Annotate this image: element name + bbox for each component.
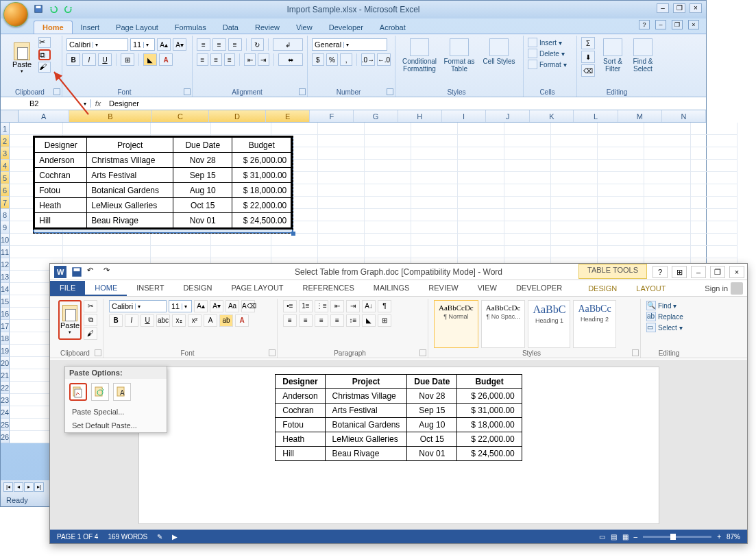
fill-icon[interactable]: ⬇ xyxy=(581,51,595,63)
status-page[interactable]: PAGE 1 OF 4 xyxy=(57,533,98,541)
number-format-combo[interactable]: General▾ xyxy=(312,38,387,51)
format-painter-icon[interactable]: 🖌 xyxy=(84,327,97,340)
tab-review[interactable]: REVIEW xyxy=(419,281,467,296)
italic-icon[interactable]: I xyxy=(125,314,138,327)
row-header-9[interactable]: 9 xyxy=(1,221,10,234)
copy-icon[interactable]: ⧉ xyxy=(38,49,51,60)
increase-indent-icon[interactable]: ⇥ xyxy=(258,53,269,66)
row-header-17[interactable]: 17 xyxy=(1,320,10,332)
col-header-G[interactable]: G xyxy=(354,110,398,122)
cut-icon[interactable]: ✂ xyxy=(84,300,97,312)
text-effects-icon[interactable]: A xyxy=(204,314,217,327)
font-size-combo[interactable]: 11▾ xyxy=(169,300,192,312)
cells-format-button[interactable]: Format ▾ xyxy=(528,59,572,70)
highlight-icon[interactable]: ab xyxy=(219,314,233,327)
tab-mailings[interactable]: MAILINGS xyxy=(364,281,419,296)
cells-delete-button[interactable]: Delete ▾ xyxy=(528,48,572,59)
table-row[interactable]: HillBeau RivageNov 01$ 24,500.00 xyxy=(35,213,291,228)
row-header-10[interactable]: 10 xyxy=(1,234,10,246)
alignment-launcher[interactable] xyxy=(299,88,306,95)
restore-button[interactable]: ❐ xyxy=(710,266,725,278)
signin-button[interactable]: Sign in xyxy=(705,282,743,295)
row-header-25[interactable]: 25 xyxy=(1,419,10,431)
help-icon[interactable]: ? xyxy=(639,20,650,29)
table-row[interactable]: HillBeau RivageNov 01$ 24,500.00 xyxy=(276,447,522,461)
paste-keep-source-icon[interactable] xyxy=(69,383,87,401)
orientation-icon[interactable]: ↻ xyxy=(251,38,265,51)
find-button[interactable]: 🔍Find ▾ xyxy=(646,300,697,311)
col-header-K[interactable]: K xyxy=(530,110,574,122)
sort-filter-button[interactable]: Sort & Filter xyxy=(598,37,628,74)
office-button[interactable] xyxy=(3,2,28,27)
font-launcher[interactable] xyxy=(184,88,191,95)
col-header-H[interactable]: H xyxy=(398,110,442,122)
paste-merge-icon[interactable] xyxy=(91,383,109,401)
word-paste-button[interactable]: Paste ▾ xyxy=(58,300,82,340)
zoom-out-icon[interactable]: – xyxy=(634,533,638,541)
minimize-button[interactable]: – xyxy=(657,3,669,13)
col-header-M[interactable]: M xyxy=(618,110,662,122)
styles-launcher[interactable] xyxy=(632,349,639,356)
table-row[interactable]: AndersonChristmas VillageNov 28$ 26,000.… xyxy=(35,153,291,168)
grow-font-icon[interactable]: A▴ xyxy=(157,38,171,51)
format-as-table-button[interactable]: Format as Table xyxy=(439,37,479,74)
tab-file[interactable]: FILE xyxy=(50,281,85,296)
save-icon[interactable] xyxy=(71,266,83,278)
table-header[interactable]: Designer xyxy=(35,138,87,153)
table-row[interactable]: HeathLeMieux GalleriesOct 15$ 22,000.00 xyxy=(276,432,522,447)
table-header[interactable]: Designer xyxy=(276,375,325,389)
underline-icon[interactable]: U xyxy=(141,314,154,327)
superscript-icon[interactable]: x² xyxy=(188,314,202,327)
row-header-16[interactable]: 16 xyxy=(1,308,10,320)
undo-icon[interactable] xyxy=(49,4,60,15)
row-header-19[interactable]: 19 xyxy=(1,345,10,357)
close-button[interactable]: × xyxy=(690,3,702,13)
style-normal[interactable]: AaBbCcDc¶ Normal xyxy=(434,300,478,348)
subscript-icon[interactable]: x₂ xyxy=(172,314,186,327)
font-color-icon[interactable]: A xyxy=(159,53,173,66)
spellcheck-icon[interactable]: ✎ xyxy=(157,533,162,541)
tab-references[interactable]: REFERENCES xyxy=(293,281,364,296)
row-header-15[interactable]: 15 xyxy=(1,295,10,308)
tab-insert[interactable]: INSERT xyxy=(127,281,173,296)
shading-icon[interactable]: ◣ xyxy=(362,314,376,327)
zoom-in-icon[interactable]: + xyxy=(717,533,721,541)
increase-decimal-icon[interactable]: .0→ xyxy=(361,53,375,66)
ribbon-options-icon[interactable]: ⊞ xyxy=(672,266,687,278)
tab-context-layout[interactable]: LAYOUT xyxy=(626,282,675,295)
read-mode-icon[interactable]: ▭ xyxy=(599,533,605,541)
align-bottom-icon[interactable]: ≡ xyxy=(228,38,242,51)
bold-icon[interactable]: B xyxy=(109,314,123,327)
multilevel-icon[interactable]: ⋮≡ xyxy=(315,300,328,312)
row-header-6[interactable]: 6 xyxy=(1,184,10,197)
tab-formulas[interactable]: Formulas xyxy=(167,21,215,34)
table-header[interactable]: Project xyxy=(87,138,173,153)
sort-icon[interactable]: A↓ xyxy=(362,300,376,312)
cut-icon[interactable]: ✂ xyxy=(38,37,51,48)
style-heading1[interactable]: AaBbCHeading 1 xyxy=(528,300,570,348)
redo-icon[interactable] xyxy=(64,4,75,15)
tab-developer[interactable]: DEVELOPER xyxy=(507,281,572,296)
copy-icon[interactable]: ⧉ xyxy=(84,314,97,326)
tab-page-layout[interactable]: PAGE LAYOUT xyxy=(222,281,293,296)
autosum-icon[interactable]: Σ xyxy=(581,37,595,49)
font-name-combo[interactable]: Calibri▾ xyxy=(66,38,128,51)
col-header-L[interactable]: L xyxy=(574,110,618,122)
sheet-nav-prev-icon[interactable]: ◂ xyxy=(14,482,23,492)
fill-color-icon[interactable]: ◣ xyxy=(143,53,157,66)
row-header-1[interactable]: 1 xyxy=(1,123,10,135)
justify-icon[interactable]: ≡ xyxy=(330,314,344,327)
table-header[interactable]: Budget xyxy=(457,375,522,389)
word-app-icon[interactable]: W xyxy=(54,266,66,278)
tab-home[interactable]: HOME xyxy=(85,281,127,296)
row-header-21[interactable]: 21 xyxy=(1,369,10,382)
paste-button[interactable]: Paste ▾ xyxy=(8,37,36,79)
restore-button[interactable]: ❐ xyxy=(673,3,685,13)
doc-close-button[interactable]: × xyxy=(688,20,699,29)
clipboard-launcher[interactable] xyxy=(53,88,60,95)
col-header-F[interactable]: F xyxy=(310,110,354,122)
row-header-11[interactable]: 11 xyxy=(1,246,10,258)
print-layout-icon[interactable]: ▤ xyxy=(611,533,617,541)
number-launcher[interactable] xyxy=(387,88,393,95)
paragraph-launcher[interactable] xyxy=(419,349,426,356)
